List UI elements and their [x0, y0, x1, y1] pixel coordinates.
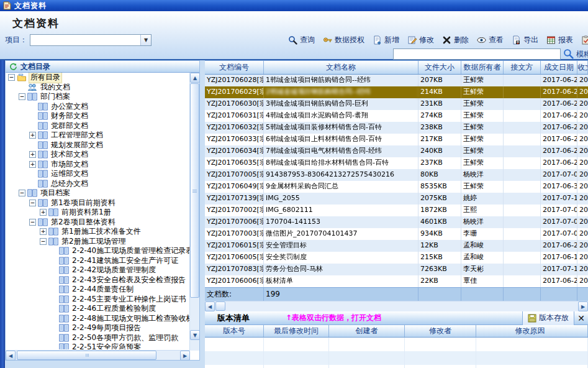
table-row[interactable]: YZJ201706005[宗] 安全奖罚制度 215KB 孟和峻 2017-06…: [205, 252, 588, 264]
tree-item[interactable]: − 第2册施工现场管理: [6, 237, 190, 247]
add-button[interactable]: 新增: [369, 34, 402, 47]
table-hscroll-thumb[interactable]: [215, 301, 225, 311]
column-header-size[interactable]: 文件大小: [418, 61, 461, 74]
table-row[interactable]: YZJ201706015[宗] 安全管理目标 12KB 孟和峻 2017-06-…: [205, 240, 588, 252]
delete-button[interactable]: 删除: [439, 34, 472, 47]
tree-vscrollbar[interactable]: ▲ ▼: [189, 73, 199, 351]
tree-item[interactable]: 2-2-51安全应急预案: [6, 343, 190, 349]
column-header-name[interactable]: 文档名称: [264, 61, 418, 74]
tree-item[interactable]: 办公室文档: [6, 102, 190, 112]
table-row[interactable]: YZJ201706031[宗] 4韩城金城项目水泥购销合同-翥翔 274KB 王…: [205, 110, 588, 122]
tree-expander-icon[interactable]: −: [19, 93, 25, 100]
tree-item[interactable]: 2-2-45主要专业工种操作上岗证书 （: [6, 295, 190, 305]
column-header-code[interactable]: 文档编号: [205, 61, 264, 74]
tree-item[interactable]: 2-2-50各项甲方罚款、监理罚款: [6, 333, 190, 343]
column-header-date[interactable]: 成文日期: [541, 61, 577, 74]
cell-receiver: [504, 145, 541, 157]
table-row[interactable]: YZJ201707006[宗] 170704-141153 4601KB 杨映洋…: [205, 216, 588, 228]
table-row[interactable]: YZJ201706049[宗] 9金属材料采购合同汇总 8535KB 王鲜荣 2…: [205, 181, 588, 193]
version-store-button[interactable]: 版本存放: [522, 311, 574, 325]
tree-item[interactable]: + 市场部文档: [6, 160, 190, 170]
table-row[interactable]: YZJ201706033[宗] 6韩城金城项目上料材料销售合同-百特 217KB…: [205, 134, 588, 145]
tree-item[interactable]: − 第2卷项目整体资料: [6, 218, 190, 228]
tree-item[interactable]: 2-2-44质量责任制: [6, 285, 190, 295]
report-button[interactable]: 报表: [543, 34, 576, 47]
tree-expander-icon[interactable]: −: [29, 219, 36, 226]
column-header-received-date[interactable]: 收文日期: [577, 61, 588, 74]
tree-item[interactable]: − 项目档案: [6, 188, 190, 198]
table-row[interactable]: YZJ201706028[宗] 1韩城金城项目钢筋购销合同--经纬 207KB …: [205, 75, 588, 86]
tree-expander-icon[interactable]: +: [29, 161, 36, 168]
table-row[interactable]: YZJ201706035[宗] 8韩城金城项目给排水材料销售合同-百特 237K…: [205, 157, 588, 169]
tree-hscroll-thumb[interactable]: [17, 351, 156, 360]
tree-item[interactable]: + 技术部文档: [6, 150, 190, 160]
export-button[interactable]: 导出: [509, 34, 541, 47]
table-row[interactable]: YZJ201706032[宗] 5韩城金城项目装修材料销售合同-百特 238KB…: [205, 122, 588, 134]
table-row[interactable]: YZJ201707005[宗] 914387953-83064213272575…: [205, 169, 588, 181]
quick-search-input[interactable]: [393, 48, 561, 60]
close-icon[interactable]: ✕: [574, 311, 588, 325]
data-authorize-button[interactable]: 数据授权: [320, 34, 368, 47]
tree-item[interactable]: + 前期资料第1册: [6, 208, 190, 218]
tree-expander-icon[interactable]: −: [29, 200, 36, 206]
tree-expander-icon[interactable]: +: [29, 151, 36, 158]
query-button[interactable]: 查询: [285, 34, 318, 47]
tree-expander-icon[interactable]: −: [8, 74, 15, 81]
search-icon[interactable]: [563, 48, 574, 59]
version-column-creator[interactable]: 创建者: [329, 325, 405, 337]
table-row[interactable]: YZJ201707003[宗] 微信图片_20170704101437 934K…: [205, 228, 588, 240]
version-column-reason[interactable]: 修改原因: [476, 325, 588, 337]
tree-item[interactable]: 运维部文档: [6, 169, 190, 179]
tree-item[interactable]: − 所有目录: [6, 73, 190, 83]
tree-item[interactable]: 2-2-41建筑施工安全生产许可证: [6, 256, 190, 266]
tree-item[interactable]: 我的文档: [6, 83, 190, 93]
scroll-right-icon[interactable]: ▶: [180, 351, 190, 361]
table-row[interactable]: YZJ201707139[宗] IMG_2055 2075KB 姚婷 2017-…: [205, 193, 588, 205]
tree-item[interactable]: 2-2-46工程质量检验制度: [6, 304, 190, 314]
clipboard-check-icon[interactable]: [578, 34, 588, 46]
tree-item[interactable]: 总经办文档: [6, 179, 190, 189]
tree-item[interactable]: 2-2-43安全自检表及安全检查报告: [6, 275, 190, 285]
column-header-owner[interactable]: 数据所有者: [461, 61, 504, 74]
table-row[interactable]: YZJ201706029[宗] 2韩城金城项目钢筋购销合同--经纬 214KB …: [205, 86, 588, 98]
tree-item[interactable]: − 部门档案: [6, 92, 190, 102]
view-button[interactable]: 查看: [474, 34, 507, 47]
tree-item[interactable]: 财务部文档: [6, 111, 190, 121]
tree-item[interactable]: 2-2-49每周项目报告: [6, 323, 190, 333]
version-column-modified-time[interactable]: 最后修改时间: [264, 325, 329, 337]
tree-item[interactable]: + 第1册施工技术准备文件: [6, 227, 190, 237]
tree-item[interactable]: 2-2-40施工现场质量管理检查记录表: [6, 246, 190, 256]
tree-expander-icon[interactable]: +: [29, 132, 36, 139]
tree-item[interactable]: 2-2-48施工现场文明施工检查验收材: [6, 314, 190, 324]
chevron-down-icon[interactable]: ▼: [140, 35, 151, 45]
scroll-left-icon[interactable]: ◀: [205, 301, 215, 311]
tree-item[interactable]: + 工程管理部文档: [6, 131, 190, 140]
table-hscrollbar[interactable]: ◀ ▶: [205, 301, 588, 311]
version-column-number[interactable]: 版本号: [205, 325, 264, 337]
table-row[interactable]: YZJ201706006[宗] 板材清单 22KB 覃佳 2017-06-20 …: [205, 275, 588, 287]
tree-expander-icon[interactable]: +: [40, 228, 47, 235]
tree-vscroll-thumb[interactable]: [190, 83, 199, 298]
scroll-left-icon[interactable]: ◀: [6, 351, 16, 361]
column-header-receiver[interactable]: 接文方: [504, 61, 541, 74]
scroll-up-icon[interactable]: ▲: [190, 73, 200, 83]
tree-item[interactable]: 2-2-42现场质量管理制度: [6, 265, 190, 275]
scroll-right-icon[interactable]: ▶: [578, 301, 588, 311]
table-row[interactable]: YZJ201707002[宗] IMG_6802111 1872KB 王熙 20…: [205, 205, 588, 216]
scroll-down-icon[interactable]: ▼: [190, 330, 200, 340]
tree-expander-icon[interactable]: −: [40, 238, 47, 245]
table-row[interactable]: YZJ201706030[宗] 3韩城金城项目钢筋购销合同-巨利 231KB 王…: [205, 98, 588, 110]
tree-item[interactable]: 规划发展部文档: [6, 140, 190, 150]
tree-item[interactable]: − 第1卷项目前期资料: [6, 198, 190, 208]
cell-owner: 王熙: [461, 205, 504, 216]
project-combobox[interactable]: ▼: [30, 34, 152, 46]
modify-button[interactable]: 修改: [404, 34, 437, 47]
version-column-modifier[interactable]: 修改者: [405, 325, 476, 337]
tree-item[interactable]: 党群部文档: [6, 121, 190, 131]
table-row[interactable]: YZJ201707083[宗] 劳务分包合同-马林 7263KB 李天彬 201…: [205, 264, 588, 275]
refresh-icon[interactable]: [9, 63, 17, 71]
tree-expander-icon[interactable]: −: [19, 190, 25, 196]
tree-hscrollbar[interactable]: ◀ ▶: [6, 350, 190, 360]
table-row[interactable]: YZJ201706034[宗] 7韩城金城项目电气材料销售合同-经纬 240KB…: [205, 145, 588, 157]
tree-expander-icon[interactable]: +: [40, 209, 47, 216]
